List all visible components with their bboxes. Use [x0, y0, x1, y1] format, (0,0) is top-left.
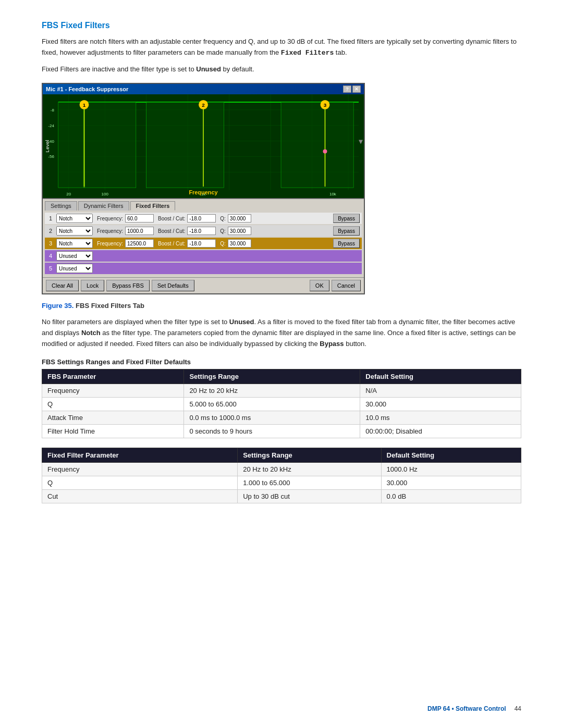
t1r1c2: 20 Hz to 20 kHz [184, 384, 360, 397]
set-defaults-button[interactable]: Set Defaults [152, 280, 194, 291]
bypass-fbs-button[interactable]: Bypass FBS [106, 280, 150, 291]
table1-col3-header: Default Setting [360, 369, 521, 384]
t2r1c2: 20 Hz to 20 kHz [238, 462, 381, 476]
t1r4c2: 0 seconds to 9 hours [184, 424, 360, 438]
svg-text:100: 100 [102, 192, 109, 196]
svg-text:1: 1 [83, 102, 86, 108]
filter-row-3: 3 Notch Frequency: Boost / Cut: Q: Bypas… [45, 238, 362, 249]
filter-boost-val-3[interactable] [187, 239, 216, 248]
lock-button[interactable]: Lock [81, 280, 104, 291]
table2-col2-header: Settings Range [238, 448, 381, 462]
ok-button[interactable]: OK [310, 280, 329, 291]
t2r2c1: Q [42, 476, 238, 489]
svg-rect-24 [58, 102, 136, 188]
filter-num-4: 4 [47, 253, 54, 259]
filter-row-1: 1 Notch Frequency: Boost / Cut: Q: Bypas… [45, 213, 362, 224]
fbs-titlebar: Mic #1 - Feedback Suppressor ? ✕ [43, 84, 364, 94]
filter-row-5: 5 Unused [45, 263, 362, 274]
graph-svg: -8 -24 -40 -56 20 100 1k 10k [43, 94, 364, 198]
fbs-window: Mic #1 - Feedback Suppressor ? ✕ [42, 83, 365, 294]
svg-text:-8: -8 [51, 108, 55, 113]
fbs-tabs: Settings Dynamic Filters Fixed Filters [43, 199, 364, 211]
table2-col3-header: Default Setting [381, 448, 521, 462]
filter-freq-val-2[interactable] [125, 227, 154, 235]
intro-paragraph-1: Fixed filters are notch filters with an … [42, 36, 521, 59]
filter-bypass-btn-1[interactable]: Bypass [333, 214, 360, 223]
t2r3c3: 0.0 dB [381, 489, 521, 503]
filter-q-val-3[interactable] [228, 239, 251, 248]
fbs-bottom-bar: Clear All Lock Bypass FBS Set Defaults O… [43, 277, 364, 293]
table1-col1-header: FBS Parameter [42, 369, 184, 384]
intro-paragraph-2: Fixed Filters are inactive and the filte… [42, 64, 521, 75]
filter-q-label-3: Q: [220, 241, 226, 246]
filter-num-5: 5 [47, 265, 54, 272]
table-row: Q 1.000 to 65.000 30.000 [42, 476, 521, 489]
svg-point-33 [323, 150, 327, 154]
t1r3c1: Attack Time [42, 411, 184, 424]
fbs-settings-table: FBS Parameter Settings Range Default Set… [42, 369, 521, 438]
filter-q-label-2: Q: [220, 228, 226, 234]
close-button[interactable]: ✕ [352, 85, 361, 93]
fbs-window-title: Mic #1 - Feedback Suppressor [46, 86, 128, 92]
svg-text:10k: 10k [329, 192, 336, 196]
filter-row-2: 2 Notch Frequency: Boost / Cut: Q: Bypas… [45, 225, 362, 237]
body-paragraph: No filter parameters are displayed when … [42, 317, 521, 349]
filter-type-5[interactable]: Unused [56, 264, 93, 273]
filter-q-label-1: Q: [220, 216, 226, 221]
filter-type-4[interactable]: Unused [56, 251, 93, 261]
filter-q-val-2[interactable] [228, 227, 251, 235]
help-button[interactable]: ? [343, 85, 351, 93]
filter-boost-val-1[interactable] [187, 214, 216, 223]
t2r1c1: Frequency [42, 462, 238, 476]
t1r3c3: 10.0 ms [360, 411, 521, 424]
figure-label: Figure 35. [42, 302, 74, 310]
page-title: FBS Fixed Filters [42, 21, 521, 30]
filter-bypass-btn-3[interactable]: Bypass [333, 239, 360, 248]
t1r1c1: Frequency [42, 384, 184, 397]
filter-boost-val-2[interactable] [187, 227, 216, 235]
filter-type-1[interactable]: Notch [56, 214, 93, 223]
filter-freq-val-1[interactable] [125, 214, 154, 223]
tab-settings[interactable]: Settings [45, 201, 77, 211]
page-footer: DMP 64 • Software Control 44 [427, 705, 521, 712]
clear-all-button[interactable]: Clear All [46, 280, 79, 291]
tab-dynamic-filters[interactable]: Dynamic Filters [78, 201, 129, 211]
table1-col2-header: Settings Range [184, 369, 360, 384]
table1-section-title: FBS Settings Ranges and Fixed Filter Def… [42, 358, 521, 366]
filter-freq-val-3[interactable] [125, 239, 154, 248]
svg-text:-56: -56 [48, 155, 54, 159]
filter-num-3: 3 [47, 240, 54, 246]
svg-rect-27 [146, 102, 224, 188]
table-row: Attack Time 0.0 ms to 1000.0 ms 10.0 ms [42, 411, 521, 424]
table-row: Q 5.000 to 65.000 30.000 [42, 397, 521, 411]
filter-boost-label-2: Boost / Cut: [158, 228, 185, 234]
filter-freq-label-3: Frequency: [97, 241, 123, 246]
filter-boost-label-3: Boost / Cut: [158, 241, 185, 246]
table2-col1-header: Fixed Filter Parameter [42, 448, 238, 462]
cancel-button[interactable]: Cancel [332, 280, 361, 291]
svg-rect-30 [281, 102, 353, 188]
figure-caption: Figure 35. FBS Fixed Filters Tab [42, 302, 521, 310]
table-row: Cut Up to 30 dB cut 0.0 dB [42, 489, 521, 503]
figure-text: FBS Fixed Filters Tab [76, 302, 144, 310]
filter-type-2[interactable]: Notch [56, 226, 93, 236]
t2r1c3: 1000.0 Hz [381, 462, 521, 476]
svg-text:Level: Level [44, 140, 50, 153]
filter-freq-label-1: Frequency: [97, 216, 123, 221]
t1r4c1: Filter Hold Time [42, 424, 184, 438]
filter-row-4: 4 Unused [45, 250, 362, 262]
t2r3c1: Cut [42, 489, 238, 503]
svg-text:Frequency: Frequency [189, 189, 218, 195]
footer-product-name: DMP 64 • Software Control [427, 705, 506, 712]
svg-text:2: 2 [202, 102, 205, 108]
fbs-graph: -8 -24 -40 -56 20 100 1k 10k [43, 94, 364, 199]
t1r2c3: 30.000 [360, 397, 521, 411]
t1r2c2: 5.000 to 65.000 [184, 397, 360, 411]
filter-type-3[interactable]: Notch [56, 239, 93, 248]
filter-q-val-1[interactable] [228, 214, 251, 223]
t1r1c3: N/A [360, 384, 521, 397]
t1r2c1: Q [42, 397, 184, 411]
filter-bypass-btn-2[interactable]: Bypass [333, 226, 360, 236]
tab-fixed-filters[interactable]: Fixed Filters [130, 201, 176, 211]
svg-text:3: 3 [324, 102, 327, 108]
